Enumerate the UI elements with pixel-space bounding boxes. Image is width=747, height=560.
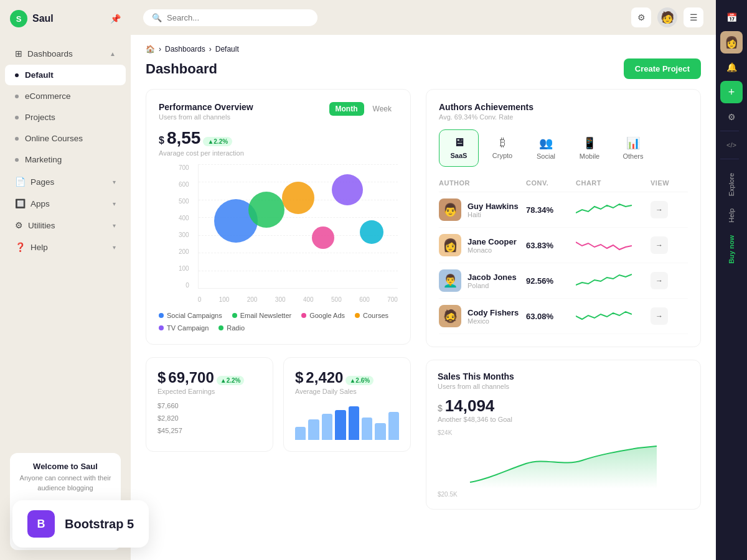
bar-7 bbox=[375, 423, 385, 440]
apps-chevron: ▾ bbox=[113, 200, 116, 207]
utilities-icon: ⚙ bbox=[15, 220, 23, 230]
sidebar-item-help[interactable]: ❓ Help ▾ bbox=[5, 236, 126, 258]
pin-icon[interactable]: 📌 bbox=[110, 14, 121, 24]
bootstrap-label: Bootstrap 5 bbox=[65, 517, 134, 531]
saas-tab-icon: 🖥 bbox=[453, 136, 464, 149]
search-box[interactable]: 🔍 bbox=[143, 9, 317, 26]
search-input[interactable] bbox=[167, 13, 309, 22]
topbar-menu-btn[interactable]: ☰ bbox=[684, 7, 703, 27]
breadcrumb-dashboards[interactable]: Dashboards bbox=[165, 45, 205, 54]
legend-dot-tv bbox=[159, 325, 164, 330]
toolbar-calendar-btn[interactable]: 📅 bbox=[720, 6, 743, 29]
sidebar-item-utilities[interactable]: ⚙ Utilities ▾ bbox=[5, 215, 126, 236]
authors-tabs: 🖥 SaaS ₿ Crypto 👥 Social 📱 bbox=[439, 129, 688, 167]
legend-social: Social Campaigns bbox=[159, 312, 222, 319]
sidebar-item-projects[interactable]: Projects bbox=[5, 107, 126, 128]
view-btn-cody[interactable]: → bbox=[651, 307, 668, 325]
topbar-avatar-placeholder[interactable]: 🧑 bbox=[657, 7, 677, 27]
avatar-jacob: 👨‍🦱 bbox=[439, 269, 461, 292]
welcome-title: Welcome to Saul bbox=[19, 462, 112, 471]
sidebar-item-dashboards[interactable]: ⊞ Dashboards ▲ bbox=[5, 43, 126, 64]
sales-bar-chart bbox=[295, 403, 399, 440]
legend-email: Email Newsletter bbox=[232, 312, 292, 319]
topbar: 🔍 ⚙ 🧑 ☰ bbox=[131, 0, 716, 35]
buynow-label[interactable]: Buy now bbox=[728, 230, 735, 269]
sales-subtitle: Users from all channels bbox=[438, 383, 689, 390]
topbar-settings-btn[interactable]: ⚙ bbox=[631, 7, 651, 27]
welcome-subtitle: Anyone can connect with their audience b… bbox=[19, 474, 112, 493]
ecommerce-dot bbox=[15, 95, 19, 98]
toolbar-notification-btn[interactable]: 🔔 bbox=[720, 56, 743, 78]
help-chevron: ▾ bbox=[113, 244, 116, 251]
sales-value: 14,094 bbox=[445, 396, 495, 416]
sales-goal: Another $48,346 to Goal bbox=[438, 416, 689, 423]
author-row-guy: 👨 Guy Hawkins Haiti 78.34% → bbox=[439, 192, 688, 228]
toolbar-code-btn[interactable]: </> bbox=[720, 134, 743, 156]
sidebar-item-ecommerce[interactable]: eCommerce bbox=[5, 86, 126, 106]
sidebar-item-online-courses[interactable]: Online Courses bbox=[5, 128, 126, 149]
pages-chevron: ▾ bbox=[113, 179, 116, 185]
sales-badge: ▲2.6% bbox=[345, 376, 374, 385]
author-tab-crypto[interactable]: ₿ Crypto bbox=[482, 129, 522, 167]
daily-sales-value: $ 2,420 ▲2.6% bbox=[295, 369, 399, 386]
chart-guy bbox=[576, 200, 632, 219]
author-tab-others[interactable]: 📊 Others bbox=[613, 129, 653, 167]
expected-earnings-value: $ 69,700 ▲2.2% bbox=[157, 369, 261, 386]
toolbar-user-avatar[interactable]: 👩 bbox=[720, 31, 743, 54]
x-axis: 0 100 200 300 400 500 600 700 bbox=[198, 294, 398, 303]
legend-dot-radio bbox=[218, 325, 223, 330]
tab-week[interactable]: Week bbox=[367, 102, 398, 116]
sidebar-item-marketing[interactable]: Marketing bbox=[5, 149, 126, 170]
authors-subtitle: Avg. 69.34% Conv. Rate bbox=[439, 113, 533, 121]
create-project-button[interactable]: Create Project bbox=[624, 58, 701, 79]
bubble-google bbox=[312, 226, 334, 249]
main-area: 🔍 ⚙ 🧑 ☰ 🏠 › Dashboards › Default Dashboa… bbox=[131, 0, 716, 560]
bar-6 bbox=[362, 418, 372, 440]
social-tab-icon: 👥 bbox=[539, 136, 553, 150]
view-btn-jane[interactable]: → bbox=[651, 236, 668, 254]
toolbar-separator-2 bbox=[720, 159, 739, 159]
help-label[interactable]: Help bbox=[728, 203, 735, 228]
bar-1 bbox=[295, 427, 306, 440]
authors-table-header: AUTHOR CONV. CHART VIEW bbox=[439, 177, 688, 192]
y-axis: 700 600 500 400 300 200 100 0 bbox=[179, 164, 193, 289]
performance-card-header: Performance Overview Users from all chan… bbox=[159, 102, 398, 121]
sidebar-item-default[interactable]: Default bbox=[5, 65, 126, 85]
view-btn-jacob[interactable]: → bbox=[651, 272, 668, 289]
bubble-chart: 0 100 200 300 400 500 600 700 bbox=[198, 164, 398, 303]
bar-2 bbox=[308, 419, 319, 440]
sidebar: S Saul 📌 ⊞ Dashboards ▲ Default bbox=[0, 0, 131, 560]
authors-card: Authors Achievements Avg. 69.34% Conv. R… bbox=[426, 89, 701, 347]
breadcrumb-home-icon[interactable]: 🏠 bbox=[146, 45, 155, 54]
left-panel: Performance Overview Users from all chan… bbox=[146, 89, 423, 510]
author-tab-mobile[interactable]: 📱 Mobile bbox=[570, 129, 609, 167]
bar-8 bbox=[388, 412, 399, 440]
sidebar-item-apps[interactable]: 🔲 Apps ▾ bbox=[5, 193, 126, 214]
view-btn-guy[interactable]: → bbox=[651, 201, 668, 218]
toolbar-settings-btn[interactable]: ⚙ bbox=[720, 106, 743, 128]
bubble-courses bbox=[282, 182, 314, 214]
pages-icon: 📄 bbox=[15, 177, 26, 187]
breadcrumb: 🏠 › Dashboards › Default bbox=[131, 35, 716, 54]
toolbar-add-btn[interactable]: + bbox=[720, 81, 743, 103]
authors-card-header: Authors Achievements Avg. 69.34% Conv. R… bbox=[439, 102, 688, 121]
content-grid: Performance Overview Users from all chan… bbox=[131, 89, 716, 525]
legend-dot-courses bbox=[355, 313, 360, 318]
projects-dot bbox=[15, 116, 19, 119]
search-icon: 🔍 bbox=[152, 13, 162, 22]
breadcrumb-default[interactable]: Default bbox=[215, 45, 239, 54]
avatar-jane: 👩 bbox=[439, 234, 461, 256]
dashboards-chevron: ▲ bbox=[110, 50, 116, 57]
metric-label: Avarage cost per interaction bbox=[159, 149, 398, 157]
explore-label[interactable]: Explore bbox=[728, 168, 735, 201]
performance-card: Performance Overview Users from all chan… bbox=[146, 89, 411, 345]
tab-month[interactable]: Month bbox=[329, 102, 364, 116]
author-tab-saas[interactable]: 🖥 SaaS bbox=[439, 129, 479, 167]
sidebar-item-pages[interactable]: 📄 Pages ▾ bbox=[5, 171, 126, 192]
page-header: Dashboard Create Project bbox=[131, 54, 716, 89]
legend-google: Google Ads bbox=[301, 312, 345, 319]
author-tab-social[interactable]: 👥 Social bbox=[526, 129, 566, 167]
sidebar-logo: S Saul bbox=[10, 10, 54, 27]
online-courses-dot bbox=[15, 137, 19, 141]
bootstrap-badge: B Bootstrap 5 bbox=[12, 500, 149, 548]
